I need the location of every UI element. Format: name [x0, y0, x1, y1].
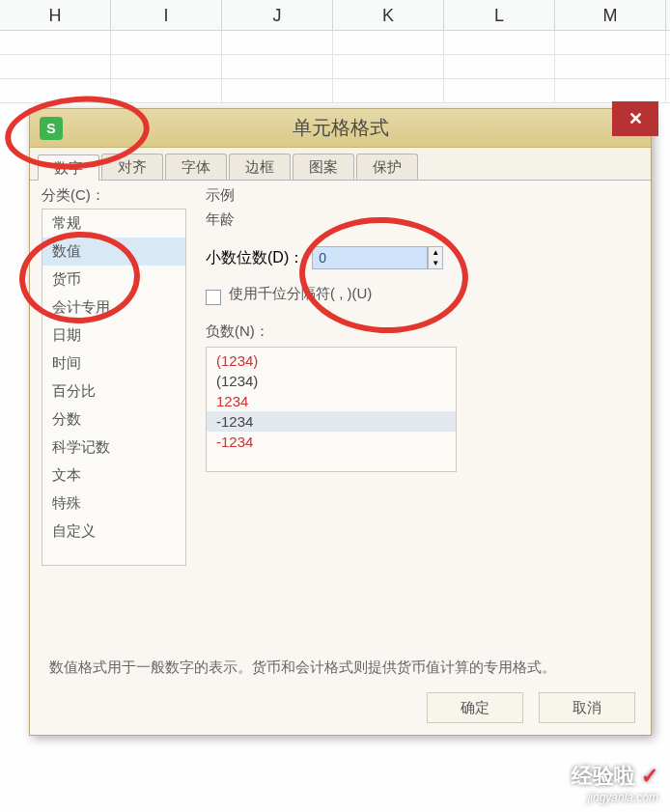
category-item-time[interactable]: 时间	[42, 350, 185, 378]
decimal-row: 小数位数(D)： ▲ ▼	[206, 246, 639, 269]
category-item-custom[interactable]: 自定义	[42, 518, 185, 546]
dialog-title: 单元格格式	[30, 115, 651, 141]
dialog-content: 分类(C)： 常规 数值 货币 会计专用 日期 时间 百分比 分数 科学记数 文…	[30, 181, 651, 654]
spinner-up-icon[interactable]: ▲	[429, 247, 442, 258]
titlebar[interactable]: S 单元格格式 ✕	[30, 109, 651, 148]
category-item-currency[interactable]: 货币	[42, 266, 185, 294]
thousands-row: 使用千位分隔符( , )(U)	[206, 285, 639, 309]
cancel-button[interactable]: 取消	[539, 692, 635, 723]
category-item-date[interactable]: 日期	[42, 322, 185, 350]
tab-font[interactable]: 字体	[165, 154, 227, 180]
decimal-places-input[interactable]	[312, 246, 428, 269]
category-item-fraction[interactable]: 分数	[42, 406, 185, 434]
cell-format-dialog: S 单元格格式 ✕ 数字 对齐 字体 边框 图案 保护 分类(C)： 常规 数值…	[29, 108, 652, 736]
watermark: 经验啦 ✓ jingyanla.com	[572, 762, 658, 804]
negative-label: 负数(N)：	[206, 322, 639, 341]
tab-number[interactable]: 数字	[38, 154, 99, 181]
format-description: 数值格式用于一般数字的表示。货币和会计格式则提供货币值计算的专用格式。	[30, 654, 651, 681]
col-header[interactable]: I	[111, 0, 222, 30]
negative-numbers-list[interactable]: (1234) (1234) 1234 -1234 -1234	[206, 347, 457, 472]
spinner-down-icon[interactable]: ▼	[429, 258, 442, 268]
decimal-label: 小数位数(D)：	[206, 248, 304, 268]
neg-item[interactable]: (1234)	[207, 350, 456, 371]
category-item-general[interactable]: 常规	[42, 210, 185, 238]
category-item-accounting[interactable]: 会计专用	[42, 294, 185, 322]
watermark-text: 经验啦	[572, 764, 635, 788]
app-icon: S	[40, 117, 63, 140]
thousands-checkbox[interactable]	[206, 290, 221, 305]
col-header[interactable]: J	[222, 0, 333, 30]
watermark-url: jingyanla.com	[572, 791, 658, 804]
tab-border[interactable]: 边框	[229, 154, 291, 180]
check-icon: ✓	[641, 764, 658, 788]
example-value: 年龄	[206, 210, 639, 229]
neg-item[interactable]: -1234	[207, 411, 456, 432]
column-headers: H I J K L M	[0, 0, 670, 31]
neg-item[interactable]: (1234)	[207, 371, 456, 391]
col-header[interactable]: M	[555, 0, 666, 30]
category-list[interactable]: 常规 数值 货币 会计专用 日期 时间 百分比 分数 科学记数 文本 特殊 自定…	[42, 209, 186, 566]
category-item-text[interactable]: 文本	[42, 462, 185, 490]
category-item-number[interactable]: 数值	[42, 238, 185, 266]
tab-pattern[interactable]: 图案	[293, 154, 354, 180]
decimal-spinner[interactable]: ▲ ▼	[428, 246, 443, 269]
settings-panel: 示例 年龄 小数位数(D)： ▲ ▼ 使用千位分隔符( , )(U) 负数(N)…	[186, 186, 639, 648]
category-panel: 分类(C)： 常规 数值 货币 会计专用 日期 时间 百分比 分数 科学记数 文…	[42, 186, 186, 648]
ok-button[interactable]: 确定	[427, 692, 523, 723]
category-item-percentage[interactable]: 百分比	[42, 378, 185, 406]
thousands-label: 使用千位分隔符( , )(U)	[229, 285, 372, 303]
category-label: 分类(C)：	[42, 186, 186, 205]
category-item-scientific[interactable]: 科学记数	[42, 434, 185, 462]
category-item-special[interactable]: 特殊	[42, 490, 185, 518]
col-header[interactable]: K	[333, 0, 444, 30]
neg-item[interactable]: 1234	[207, 391, 456, 411]
tab-alignment[interactable]: 对齐	[101, 154, 163, 180]
col-header[interactable]: H	[0, 0, 111, 30]
neg-item[interactable]: -1234	[207, 432, 456, 452]
button-row: 确定 取消	[427, 692, 635, 723]
col-header[interactable]: L	[444, 0, 555, 30]
tab-protection[interactable]: 保护	[356, 154, 418, 180]
example-label: 示例	[206, 186, 639, 205]
tab-strip: 数字 对齐 字体 边框 图案 保护	[30, 148, 651, 181]
close-button[interactable]: ✕	[612, 101, 658, 136]
